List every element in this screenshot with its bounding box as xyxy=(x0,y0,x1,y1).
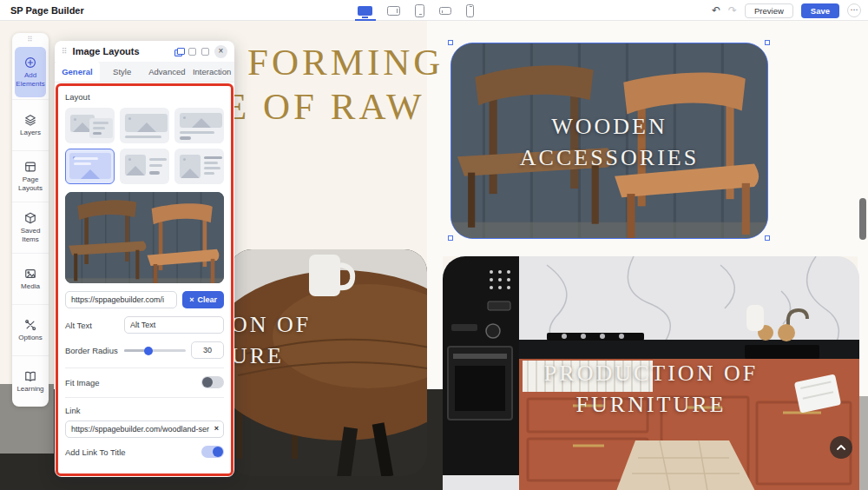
tab-style[interactable]: Style xyxy=(100,62,145,82)
sidebar-item-saved-items[interactable]: Saved Items xyxy=(12,202,49,253)
add-link-to-title-toggle[interactable] xyxy=(201,446,224,458)
dock-left-icon[interactable] xyxy=(188,48,196,56)
clear-x-icon: × xyxy=(189,295,194,304)
link-clear-icon[interactable]: × xyxy=(214,423,219,434)
sidebar-item-options[interactable]: Options xyxy=(12,304,49,355)
panel-title: Image Layouts xyxy=(73,46,169,56)
dock-right-icon[interactable] xyxy=(201,48,209,56)
selection-handle[interactable] xyxy=(448,40,453,45)
tab-advanced[interactable]: Advanced xyxy=(145,62,190,82)
clear-image-button[interactable]: × Clear xyxy=(182,291,224,308)
kitchen-image-card[interactable] xyxy=(443,256,859,490)
tab-interaction[interactable]: Interaction xyxy=(189,62,234,82)
book-icon xyxy=(24,370,36,382)
page-headline-line1: FORMING xyxy=(247,41,444,83)
layout-option-overlay-selected[interactable] xyxy=(65,149,115,184)
page-layout-icon xyxy=(24,161,36,173)
tablet-landscape-view-icon[interactable] xyxy=(387,6,400,16)
scroll-to-top-button[interactable] xyxy=(830,436,852,459)
tools-icon xyxy=(24,319,36,331)
chairs-photo-preview xyxy=(65,192,224,283)
tab-general[interactable]: General xyxy=(55,62,100,82)
desktop-view-icon[interactable] xyxy=(358,6,372,16)
image-layouts-panel: ⠿ Image Layouts × General Style Advanced… xyxy=(55,41,234,477)
sidebar-item-media[interactable]: Media xyxy=(12,253,49,304)
panel-header: ⠿ Image Layouts × xyxy=(55,41,234,62)
sidebar-drag-handle[interactable]: ⠿ xyxy=(12,33,49,45)
undo-icon[interactable]: ↶ xyxy=(712,5,720,16)
preview-button[interactable]: Preview xyxy=(745,3,793,18)
selection-handle[interactable] xyxy=(765,235,770,241)
kitchen-photo xyxy=(443,256,859,490)
panel-tabs: General Style Advanced Interaction xyxy=(55,62,234,83)
border-radius-input[interactable] xyxy=(191,341,224,359)
page-headline-line2: E OF RAW xyxy=(224,85,425,128)
app-window: SP Page Builder ↶ ↷ Preview Save ⋯ FORMI… xyxy=(0,0,868,490)
selection-handle[interactable] xyxy=(765,40,770,45)
image-url-input[interactable] xyxy=(65,291,177,308)
fit-image-label: Fit Image xyxy=(65,378,100,387)
table-image-card[interactable] xyxy=(229,249,427,476)
device-switcher xyxy=(358,0,474,21)
image-icon xyxy=(24,268,36,280)
add-link-to-title-label: Add Link To Title xyxy=(65,447,126,457)
app-title: SP Page Builder xyxy=(10,5,84,16)
alt-text-label: Alt Text xyxy=(65,321,119,330)
link-input[interactable] xyxy=(65,420,224,438)
highlighted-settings-region: Layout xyxy=(56,83,233,476)
builder-sidebar: ⠿ Add Elements Layers Page Layouts Saved… xyxy=(12,33,49,407)
sidebar-item-layers[interactable]: Layers xyxy=(12,99,49,150)
chairs-photo xyxy=(451,43,767,238)
tablet-portrait-view-icon[interactable] xyxy=(415,4,424,17)
mobile-landscape-view-icon[interactable] xyxy=(439,7,451,15)
layout-option-image-top-button[interactable] xyxy=(174,108,224,143)
link-label: Link xyxy=(65,406,80,415)
chevron-up-icon xyxy=(837,445,845,450)
table-photo xyxy=(229,249,427,476)
sidebar-item-learning[interactable]: Learning xyxy=(12,355,49,407)
cube-icon xyxy=(24,212,36,224)
layout-option-image-left-list[interactable] xyxy=(174,149,224,184)
layout-option-overlap-card[interactable] xyxy=(65,108,115,143)
slider-knob[interactable] xyxy=(144,347,153,355)
selection-handle[interactable] xyxy=(448,235,453,241)
layout-option-image-top[interactable] xyxy=(120,108,169,143)
selected-image-preview[interactable] xyxy=(65,192,224,283)
layout-option-image-left[interactable] xyxy=(120,149,169,184)
layout-section-label: Layout xyxy=(65,92,224,102)
save-button[interactable]: Save xyxy=(801,3,839,18)
fit-image-toggle[interactable] xyxy=(201,376,224,388)
layout-options-grid xyxy=(65,108,224,184)
redo-icon[interactable]: ↷ xyxy=(728,5,737,16)
plus-circle-icon xyxy=(24,56,36,69)
duplicate-panel-icon[interactable] xyxy=(174,48,183,56)
layers-icon xyxy=(24,114,36,126)
close-panel-icon[interactable]: × xyxy=(214,45,227,58)
sidebar-item-add-elements[interactable]: Add Elements xyxy=(15,47,46,97)
active-device-underline xyxy=(355,19,376,21)
alt-text-input[interactable] xyxy=(124,316,224,334)
topbar: SP Page Builder ↶ ↷ Preview Save ⋯ xyxy=(0,0,868,21)
sidebar-item-page-layouts[interactable]: Page Layouts xyxy=(12,150,49,202)
panel-drag-handle[interactable]: ⠿ xyxy=(62,47,68,56)
more-options-button[interactable]: ⋯ xyxy=(847,3,861,17)
window-scrollbar[interactable] xyxy=(859,198,866,240)
mobile-portrait-view-icon[interactable] xyxy=(466,4,474,17)
wooden-accessories-card[interactable] xyxy=(450,43,768,239)
border-radius-label: Border Radius xyxy=(65,346,119,355)
border-radius-slider[interactable] xyxy=(124,344,186,356)
